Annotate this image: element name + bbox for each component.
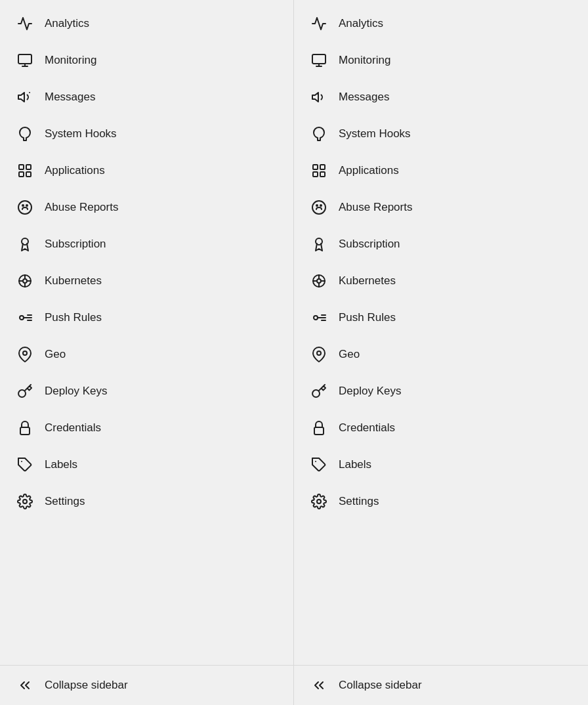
sidebar-label-system-hooks: System Hooks bbox=[45, 127, 117, 140]
right-sidebar-item-credentials[interactable]: Credentials bbox=[294, 410, 588, 446]
right-collapse-sidebar-label: Collapse sidebar bbox=[339, 679, 422, 692]
sidebar-item-subscription[interactable]: Subscription bbox=[0, 226, 293, 263]
sidebar-label-push-rules: Push Rules bbox=[45, 311, 102, 324]
right-sidebar-item-geo[interactable]: Geo bbox=[294, 336, 588, 373]
svg-rect-6 bbox=[26, 165, 31, 169]
right-collapse-sidebar[interactable]: Collapse sidebar bbox=[294, 665, 588, 705]
svg-point-10 bbox=[22, 205, 24, 206]
sidebar-label-geo: Geo bbox=[45, 348, 66, 361]
credentials-icon bbox=[16, 419, 34, 437]
right-sidebar-label-credentials: Credentials bbox=[339, 421, 395, 435]
sidebar-item-monitoring[interactable]: Monitoring bbox=[0, 42, 293, 79]
svg-rect-32 bbox=[320, 165, 325, 169]
sidebar-item-geo[interactable]: Geo bbox=[0, 336, 293, 373]
sidebar-item-push-rules[interactable]: Push Rules bbox=[0, 299, 293, 336]
push-rules-icon bbox=[16, 309, 34, 327]
sidebar-item-labels[interactable]: Labels bbox=[0, 446, 293, 483]
left-collapse-sidebar[interactable]: Collapse sidebar bbox=[0, 665, 293, 705]
right-sidebar-label-labels: Labels bbox=[339, 458, 371, 471]
kubernetes-icon bbox=[16, 272, 34, 290]
sidebar-label-analytics: Analytics bbox=[45, 17, 89, 30]
right-collapse-icon bbox=[310, 676, 328, 694]
right-sidebar-label-push-rules: Push Rules bbox=[339, 311, 396, 324]
right-sidebar-item-analytics[interactable]: Analytics bbox=[294, 5, 588, 42]
sidebar-item-deploy-keys[interactable]: Deploy Keys bbox=[0, 373, 293, 410]
sidebar-label-labels: Labels bbox=[45, 458, 77, 471]
right-sidebar-item-system-hooks[interactable]: System Hooks bbox=[294, 116, 588, 152]
right-sidebar-item-abuse-reports[interactable]: Abuse Reports bbox=[294, 189, 588, 226]
svg-rect-0 bbox=[18, 54, 32, 64]
svg-point-49 bbox=[317, 351, 321, 355]
sidebar-item-messages[interactable]: Messages bbox=[0, 79, 293, 116]
sidebar-label-kubernetes: Kubernetes bbox=[45, 274, 102, 288]
right-sidebar-item-settings[interactable]: Settings bbox=[294, 483, 588, 520]
svg-rect-5 bbox=[19, 165, 24, 169]
svg-point-23 bbox=[23, 351, 27, 355]
right-analytics-icon bbox=[310, 14, 328, 33]
right-sidebar-item-messages[interactable]: Messages bbox=[294, 79, 588, 116]
svg-point-37 bbox=[320, 205, 322, 206]
sidebar-item-settings[interactable]: Settings bbox=[0, 483, 293, 520]
right-system-hooks-icon bbox=[310, 125, 328, 143]
applications-icon bbox=[16, 161, 34, 180]
sidebar-label-deploy-keys: Deploy Keys bbox=[45, 385, 107, 398]
svg-rect-50 bbox=[314, 427, 324, 435]
abuse-reports-icon bbox=[16, 198, 34, 217]
left-sidebar-items: Analytics Monitoring Messages bbox=[0, 0, 293, 665]
right-sidebar-label-kubernetes: Kubernetes bbox=[339, 274, 396, 288]
right-sidebar-item-labels[interactable]: Labels bbox=[294, 446, 588, 483]
settings-icon bbox=[16, 492, 34, 511]
right-sidebar-item-kubernetes[interactable]: Kubernetes bbox=[294, 263, 588, 299]
sidebar-label-subscription: Subscription bbox=[45, 238, 106, 251]
analytics-icon bbox=[16, 14, 34, 33]
messages-icon bbox=[16, 88, 34, 106]
right-sidebar-label-applications: Applications bbox=[339, 164, 399, 177]
right-sidebar-item-subscription[interactable]: Subscription bbox=[294, 226, 588, 263]
svg-rect-34 bbox=[320, 172, 325, 177]
svg-rect-24 bbox=[20, 427, 30, 435]
right-sidebar-label-subscription: Subscription bbox=[339, 238, 400, 251]
right-sidebar-items: Analytics Monitoring Messages bbox=[294, 0, 588, 665]
right-sidebar-item-deploy-keys[interactable]: Deploy Keys bbox=[294, 373, 588, 410]
svg-point-11 bbox=[26, 205, 28, 206]
left-sidebar: Analytics Monitoring Messages bbox=[0, 0, 294, 705]
svg-rect-27 bbox=[312, 54, 326, 64]
svg-marker-30 bbox=[312, 93, 318, 102]
subscription-icon bbox=[16, 235, 34, 253]
right-deploy-keys-icon bbox=[310, 382, 328, 400]
right-sidebar-label-analytics: Analytics bbox=[339, 17, 383, 30]
right-labels-icon bbox=[310, 456, 328, 474]
sidebar-item-applications[interactable]: Applications bbox=[0, 152, 293, 189]
sidebar-item-abuse-reports[interactable]: Abuse Reports bbox=[0, 189, 293, 226]
right-sidebar-label-system-hooks: System Hooks bbox=[339, 127, 411, 140]
svg-rect-8 bbox=[26, 172, 31, 177]
geo-icon bbox=[16, 345, 34, 364]
right-messages-icon bbox=[310, 88, 328, 106]
sidebar-item-analytics[interactable]: Analytics bbox=[0, 5, 293, 42]
sidebar-item-kubernetes[interactable]: Kubernetes bbox=[0, 263, 293, 299]
sidebar-item-credentials[interactable]: Credentials bbox=[0, 410, 293, 446]
right-sidebar-label-monitoring: Monitoring bbox=[339, 54, 390, 67]
labels-icon bbox=[16, 456, 34, 474]
monitoring-icon bbox=[16, 51, 34, 70]
sidebar-label-applications: Applications bbox=[45, 164, 105, 177]
sidebar-label-settings: Settings bbox=[45, 495, 85, 508]
svg-marker-3 bbox=[18, 93, 24, 102]
sidebar-label-abuse-reports: Abuse Reports bbox=[45, 201, 118, 214]
collapse-icon bbox=[16, 676, 34, 694]
right-applications-icon bbox=[310, 161, 328, 180]
right-sidebar-item-monitoring[interactable]: Monitoring bbox=[294, 42, 588, 79]
right-geo-icon bbox=[310, 345, 328, 364]
svg-point-36 bbox=[316, 205, 318, 206]
right-sidebar-label-settings: Settings bbox=[339, 495, 379, 508]
svg-rect-7 bbox=[19, 172, 24, 177]
collapse-sidebar-label: Collapse sidebar bbox=[45, 679, 128, 692]
sidebar-item-system-hooks[interactable]: System Hooks bbox=[0, 116, 293, 152]
right-sidebar-label-messages: Messages bbox=[339, 91, 389, 104]
sidebar-label-monitoring: Monitoring bbox=[45, 54, 96, 67]
right-sidebar-item-push-rules[interactable]: Push Rules bbox=[294, 299, 588, 336]
right-monitoring-icon bbox=[310, 51, 328, 70]
sidebar-label-messages: Messages bbox=[45, 91, 95, 104]
right-settings-icon bbox=[310, 492, 328, 511]
right-sidebar-item-applications[interactable]: Applications bbox=[294, 152, 588, 189]
